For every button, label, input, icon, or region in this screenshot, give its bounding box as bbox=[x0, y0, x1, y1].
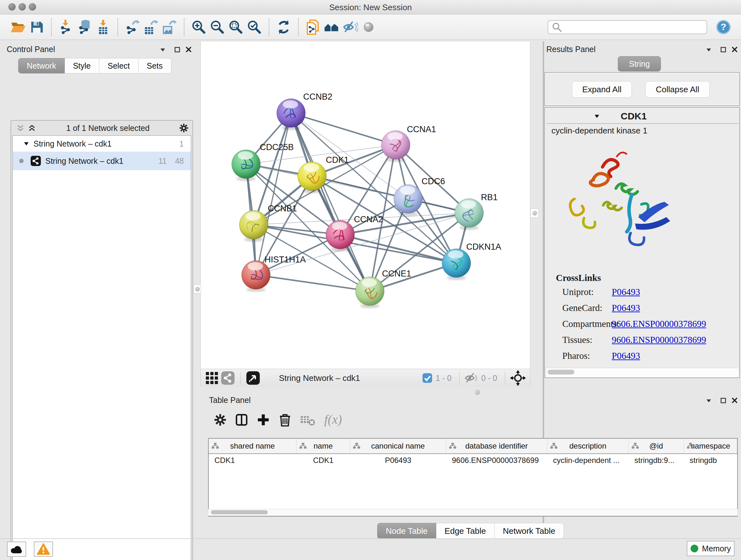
birds-eye-view-icon[interactable] bbox=[510, 370, 526, 386]
collapse-all-button[interactable]: Collapse All bbox=[645, 81, 710, 98]
tab-edge-table[interactable]: Edge Table bbox=[436, 523, 495, 539]
table-panel-close-icon[interactable] bbox=[730, 395, 739, 405]
table-cell[interactable]: CDK1 bbox=[296, 456, 350, 465]
table-hscrollbar[interactable] bbox=[208, 509, 738, 516]
column-header--id[interactable]: @id bbox=[629, 439, 684, 453]
edge-CCNE1-HIST1H1A[interactable] bbox=[256, 275, 370, 291]
memory-button[interactable]: Memory bbox=[687, 541, 735, 556]
node-CCNB2[interactable]: CCNB2 bbox=[277, 92, 333, 130]
results-panel-menu-caret-icon[interactable] bbox=[704, 45, 714, 54]
column-header-namespace[interactable]: namespace bbox=[684, 439, 737, 453]
show-columns-icon[interactable] bbox=[235, 413, 248, 427]
node-CDKN1A[interactable]: CDKN1A bbox=[442, 242, 501, 280]
tab-style[interactable]: Style bbox=[65, 58, 99, 73]
column-header-canonical-name[interactable]: canonical name bbox=[350, 439, 446, 453]
table-cell[interactable]: stringdb:9... bbox=[629, 456, 684, 465]
delete-table-icon[interactable] bbox=[300, 414, 315, 426]
table-cell[interactable]: cyclin-dependent ... bbox=[547, 456, 629, 465]
export-image-icon[interactable] bbox=[160, 18, 179, 37]
results-hscrollbar[interactable] bbox=[546, 368, 739, 377]
table-panel-float-icon[interactable] bbox=[718, 395, 728, 405]
control-panel-float-icon[interactable] bbox=[172, 45, 182, 54]
import-table-file-icon[interactable] bbox=[94, 18, 112, 37]
import-network-file-icon[interactable] bbox=[57, 18, 75, 37]
results-hscrollbar-thumb[interactable] bbox=[548, 370, 575, 374]
column-header-database-identifier[interactable]: database identifier bbox=[446, 439, 547, 453]
zoom-selected-icon[interactable] bbox=[245, 18, 264, 37]
node-CCNE1[interactable]: CCNE1 bbox=[355, 269, 411, 308]
detach-view-icon[interactable] bbox=[245, 370, 261, 386]
crosslink-value-link[interactable]: P06493 bbox=[612, 287, 640, 297]
network-overview-icon[interactable] bbox=[322, 18, 341, 37]
tab-select[interactable]: Select bbox=[99, 58, 138, 73]
gene-section-header[interactable]: CDK1 bbox=[546, 109, 739, 124]
network-graph[interactable]: CCNB2CCNA1CDC25BCDK1CDC6RB1CCNB1CCNA2CDK… bbox=[201, 42, 530, 368]
tree-expand-caret-icon[interactable] bbox=[23, 141, 29, 146]
import-network-database-icon[interactable] bbox=[75, 18, 94, 37]
tab-string[interactable]: String bbox=[618, 56, 661, 71]
column-header-name[interactable]: name bbox=[296, 439, 350, 453]
network-row[interactable]: String Network – cdk1 11 48 bbox=[13, 152, 191, 170]
zoom-fit-icon[interactable] bbox=[226, 18, 245, 37]
left-splitter-handle[interactable] bbox=[193, 285, 201, 294]
save-session-icon[interactable] bbox=[27, 18, 46, 37]
column-header-shared-name[interactable]: shared name bbox=[209, 439, 296, 453]
table-cell[interactable]: 9606.ENSP00000378699 bbox=[446, 456, 547, 465]
add-column-icon[interactable] bbox=[257, 413, 270, 427]
cloud-status-button[interactable] bbox=[7, 542, 26, 557]
search-box[interactable] bbox=[548, 20, 707, 34]
zoom-in-icon[interactable] bbox=[190, 18, 208, 37]
network-collection-row[interactable]: String Network – cdk1 1 bbox=[13, 136, 191, 152]
help-button[interactable]: ? bbox=[714, 18, 733, 37]
node-CDK1[interactable]: CDK1 bbox=[298, 155, 349, 193]
delete-column-icon[interactable] bbox=[278, 413, 292, 427]
open-session-icon[interactable] bbox=[9, 18, 27, 37]
results-panel-float-icon[interactable] bbox=[718, 45, 728, 54]
table-cell[interactable]: stringdb bbox=[684, 456, 737, 465]
tab-network-table[interactable]: Network Table bbox=[495, 523, 564, 539]
selected-checkbox-icon[interactable] bbox=[422, 373, 432, 383]
export-network-icon[interactable] bbox=[123, 18, 142, 37]
expand-all-button[interactable]: Expand All bbox=[572, 81, 632, 98]
edge-CCNB2-CCNE1[interactable] bbox=[291, 113, 370, 291]
tab-network[interactable]: Network bbox=[18, 58, 65, 73]
apply-preferred-layout-icon[interactable] bbox=[274, 18, 293, 37]
expand-all-icon[interactable] bbox=[27, 123, 37, 133]
crosslink-value-link[interactable]: P06493 bbox=[612, 351, 640, 361]
crosslink-value-link[interactable]: P06493 bbox=[612, 303, 640, 313]
search-input[interactable] bbox=[562, 22, 703, 32]
edge-CCNB2-CCNA1[interactable] bbox=[291, 113, 396, 145]
tab-sets[interactable]: Sets bbox=[138, 58, 172, 73]
table-cell[interactable]: P06493 bbox=[350, 456, 446, 465]
function-builder-icon[interactable]: f(x) bbox=[324, 413, 350, 427]
table-row[interactable]: CDK1CDK1P064939606.ENSP00000378699cyclin… bbox=[209, 454, 737, 467]
grid-view-icon[interactable] bbox=[204, 370, 220, 386]
control-panel-menu-caret-icon[interactable] bbox=[158, 45, 167, 54]
gene-caret-icon[interactable] bbox=[594, 114, 600, 118]
node-RB1[interactable]: RB1 bbox=[455, 192, 498, 230]
table-panel-menu-caret-icon[interactable] bbox=[704, 395, 714, 405]
warning-status-button[interactable] bbox=[34, 542, 53, 557]
collapse-all-icon[interactable] bbox=[16, 123, 25, 133]
crosslink-value-link[interactable]: 9606.ENSP00000378699 bbox=[612, 319, 706, 329]
zoom-out-icon[interactable] bbox=[208, 18, 226, 37]
export-table-icon[interactable] bbox=[142, 18, 160, 37]
table-settings-icon[interactable] bbox=[214, 414, 226, 426]
column-header-description[interactable]: description bbox=[547, 439, 629, 453]
show-graphics-details-icon[interactable] bbox=[359, 18, 378, 37]
control-panel-close-icon[interactable] bbox=[184, 45, 193, 54]
crosslink-value-link[interactable]: 9606.ENSP00000378699 bbox=[612, 334, 706, 345]
hide-graphics-details-icon[interactable] bbox=[341, 18, 359, 37]
table-cell[interactable]: CDK1 bbox=[209, 456, 296, 465]
table-hscrollbar-thumb[interactable] bbox=[211, 510, 268, 514]
network-canvas[interactable]: CCNB2CCNA1CDC25BCDK1CDC6RB1CCNB1CCNA2CDK… bbox=[200, 42, 530, 369]
results-panel-close-icon[interactable] bbox=[730, 45, 739, 54]
node-CDC6[interactable]: CDC6 bbox=[394, 177, 445, 216]
share-view-icon[interactable] bbox=[220, 370, 236, 386]
right-splitter-handle[interactable] bbox=[530, 208, 539, 218]
node-HIST1H1A[interactable]: HIST1H1A bbox=[242, 255, 306, 292]
show-annotations-icon[interactable] bbox=[304, 18, 322, 37]
network-list-options-gear-icon[interactable] bbox=[179, 123, 189, 133]
hidden-eye-icon[interactable] bbox=[464, 372, 478, 384]
tab-node-table[interactable]: Node Table bbox=[377, 523, 436, 539]
